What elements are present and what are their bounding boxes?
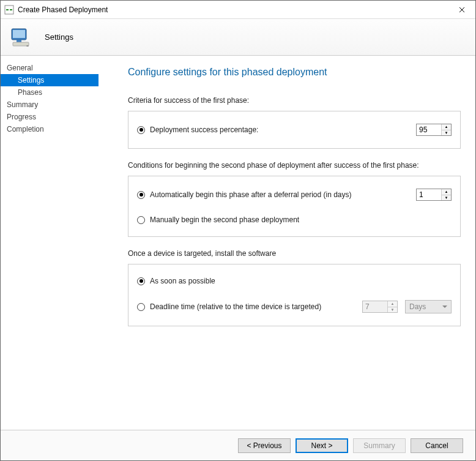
section1-label: Criteria for success of the first phase:: [128, 96, 461, 105]
radio-deadline[interactable]: [137, 303, 145, 311]
sidebar-item-completion[interactable]: Completion: [1, 123, 99, 135]
success-percentage-spinner[interactable]: 95 ▲ ▼: [416, 124, 452, 136]
radio-success-percentage-label: Deployment success percentage:: [150, 126, 258, 134]
page-header-title: Settings: [45, 32, 73, 42]
spinner-down-icon: ▼: [388, 307, 397, 313]
summary-button: Summary: [353, 438, 406, 453]
page-heading: Configure settings for this phased deplo…: [128, 67, 461, 78]
next-button[interactable]: Next >: [296, 438, 348, 453]
svg-point-7: [26, 45, 29, 47]
spinner-up-icon: ▲: [388, 301, 397, 307]
section1-group: Deployment success percentage: 95 ▲ ▼: [128, 111, 461, 149]
close-button[interactable]: [448, 1, 475, 19]
radio-deadline-label: Deadline time (relative to the time devi…: [150, 302, 321, 311]
deadline-unit-dropdown: Days: [405, 300, 452, 313]
spinner-up-icon[interactable]: ▲: [442, 189, 451, 195]
spinner-down-icon[interactable]: ▼: [442, 195, 451, 201]
deadline-unit-value: Days: [409, 302, 426, 311]
section2-group: Automatically begin this phase after a d…: [128, 176, 461, 237]
section3-label: Once a device is targeted, install the s…: [128, 249, 461, 258]
deadline-value-spinner: 7 ▲ ▼: [362, 301, 398, 313]
cancel-button[interactable]: Cancel: [411, 438, 463, 453]
svg-rect-6: [13, 42, 29, 46]
deadline-value: 7: [363, 301, 387, 312]
app-icon: [4, 5, 14, 15]
svg-rect-4: [13, 30, 25, 38]
titlebar: Create Phased Deployment: [1, 1, 475, 19]
spinner-up-icon[interactable]: ▲: [442, 124, 451, 130]
sidebar-item-summary[interactable]: Summary: [1, 99, 99, 111]
section3-group: As soon as possible Deadline time (relat…: [128, 264, 461, 326]
sidebar-item-general[interactable]: General: [1, 62, 99, 74]
content-area: Configure settings for this phased deplo…: [99, 56, 475, 430]
previous-button[interactable]: < Previous: [238, 438, 291, 453]
svg-rect-1: [6, 9, 9, 10]
deferral-days-spinner[interactable]: 1 ▲ ▼: [416, 189, 452, 201]
radio-manual-begin-label: Manually begin the second phase deployme…: [150, 216, 299, 224]
radio-asap[interactable]: [137, 277, 145, 285]
svg-rect-5: [17, 40, 21, 42]
wizard-footer: < Previous Next > Summary Cancel: [1, 430, 475, 460]
window-title: Create Phased Deployment: [18, 6, 108, 14]
wizard-sidebar: General Settings Phases Summary Progress…: [1, 56, 99, 430]
radio-manual-begin[interactable]: [137, 216, 145, 224]
radio-success-percentage[interactable]: [137, 126, 145, 134]
deferral-days-value[interactable]: 1: [417, 189, 441, 200]
sidebar-item-settings[interactable]: Settings: [1, 74, 99, 86]
radio-auto-begin-label: Automatically begin this phase after a d…: [150, 190, 352, 199]
sidebar-item-progress[interactable]: Progress: [1, 111, 99, 123]
svg-rect-2: [10, 9, 12, 10]
sidebar-item-phases[interactable]: Phases: [1, 86, 99, 99]
wizard-header: Settings: [1, 19, 475, 56]
radio-asap-label: As soon as possible: [150, 277, 215, 285]
radio-auto-begin[interactable]: [137, 191, 145, 199]
section2-label: Conditions for beginning the second phas…: [128, 161, 461, 170]
success-percentage-value[interactable]: 95: [417, 124, 441, 135]
computer-icon: [9, 25, 34, 50]
spinner-down-icon[interactable]: ▼: [442, 130, 451, 136]
